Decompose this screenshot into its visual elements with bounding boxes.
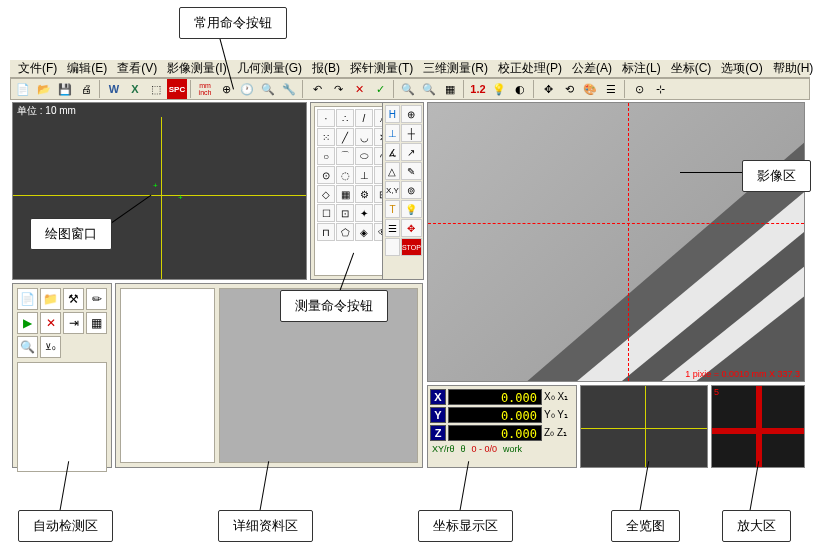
aux-line-icon[interactable]: ↗ — [401, 143, 422, 161]
meas-line2-icon[interactable]: ╱ — [336, 128, 354, 146]
auto-stop-icon[interactable]: ✕ — [40, 312, 61, 334]
decimal-button[interactable]: 1.2 — [468, 79, 488, 99]
move-icon[interactable]: ✥ — [538, 79, 558, 99]
aux-stop-icon[interactable]: STOP — [401, 238, 422, 256]
coord-work[interactable]: work — [503, 444, 522, 454]
overview-area[interactable] — [580, 385, 708, 468]
meas-window-icon[interactable]: ⊡ — [336, 204, 354, 222]
auto-grid-icon[interactable]: ▦ — [86, 312, 107, 334]
auto-step-icon[interactable]: ⇥ — [63, 312, 84, 334]
meas-diamond2-icon[interactable]: ◈ — [355, 223, 373, 241]
meas-scatter-icon[interactable]: ⁙ — [317, 128, 335, 146]
auto-open-icon[interactable]: 📁 — [40, 288, 61, 310]
coord-theta[interactable]: θ — [461, 444, 466, 454]
mm-inch-toggle[interactable]: mminch — [195, 79, 215, 99]
rotate-icon[interactable]: ⟲ — [559, 79, 579, 99]
menu-file[interactable]: 文件(F) — [14, 60, 61, 77]
aux-coord-icon[interactable]: ┼ — [401, 124, 422, 142]
drawing-window[interactable]: 单位 : 10 mm + + — [12, 102, 307, 280]
palette-icon[interactable]: 🎨 — [580, 79, 600, 99]
meas-box-icon[interactable]: ☐ — [317, 204, 335, 222]
aux-xy-icon[interactable]: X,Y — [385, 181, 400, 199]
meas-point-icon[interactable]: · — [317, 109, 335, 127]
z-axis-button[interactable]: Z — [430, 425, 446, 441]
aux-v-dist-icon[interactable]: ⊥ — [385, 124, 400, 142]
aux-pencil-icon[interactable]: ✎ — [401, 162, 422, 180]
menu-correct[interactable]: 校正处理(P) — [494, 60, 566, 77]
aux-angle-icon[interactable]: ∡ — [385, 143, 400, 161]
aux-move-icon[interactable]: ✥ — [401, 219, 422, 237]
word-icon[interactable]: W — [104, 79, 124, 99]
meas-circle2-icon[interactable]: ⊙ — [317, 166, 335, 184]
wrench-icon[interactable]: 🔧 — [279, 79, 299, 99]
coord-mode[interactable]: XY/rθ — [432, 444, 455, 454]
clock-icon[interactable]: 🕐 — [237, 79, 257, 99]
print-icon[interactable]: 🖨 — [76, 79, 96, 99]
meas-segment-icon[interactable]: ⊓ — [317, 223, 335, 241]
detail-list[interactable] — [120, 288, 215, 463]
menu-annotate[interactable]: 标注(L) — [618, 60, 665, 77]
auto-origin-icon[interactable]: ⊻₀ — [40, 336, 61, 358]
auto-find-icon[interactable]: 🔍 — [17, 336, 38, 358]
meas-arc-icon[interactable]: ◡ — [355, 128, 373, 146]
y-axis-button[interactable]: Y — [430, 407, 446, 423]
menu-view[interactable]: 查看(V) — [113, 60, 161, 77]
menu-b[interactable]: 报(B) — [308, 60, 344, 77]
meas-shape-icon[interactable]: ⬠ — [336, 223, 354, 241]
target-icon[interactable]: ⊙ — [629, 79, 649, 99]
excel-icon[interactable]: X — [125, 79, 145, 99]
aux-layers-icon[interactable]: ☰ — [385, 219, 400, 237]
axis-icon[interactable]: ⊹ — [650, 79, 670, 99]
zoom-in-icon[interactable]: 🔍 — [398, 79, 418, 99]
auto-new-icon[interactable]: 📄 — [17, 288, 38, 310]
auto-program-list[interactable] — [17, 362, 107, 472]
menu-probe-meas[interactable]: 探针测量(T) — [346, 60, 417, 77]
meas-circle-icon[interactable]: ○ — [317, 147, 335, 165]
save-icon[interactable]: 💾 — [55, 79, 75, 99]
menu-edit[interactable]: 编辑(E) — [63, 60, 111, 77]
grid-icon[interactable]: ▦ — [440, 79, 460, 99]
undo-icon[interactable]: ↶ — [307, 79, 327, 99]
meas-vert-icon[interactable]: ⊥ — [355, 166, 373, 184]
zoom-out-icon[interactable]: 🔍 — [419, 79, 439, 99]
layers-icon[interactable]: ☰ — [601, 79, 621, 99]
aux-bulb-icon[interactable]: 💡 — [401, 200, 422, 218]
auto-run-icon[interactable]: ⚒ — [63, 288, 84, 310]
aux-focus-icon[interactable]: ⊚ — [401, 181, 422, 199]
menu-geom-meas[interactable]: 几何测量(G) — [233, 60, 306, 77]
confirm-icon[interactable]: ✓ — [370, 79, 390, 99]
menu-help[interactable]: 帮助(H) — [769, 60, 818, 77]
meas-diamond-icon[interactable]: ◇ — [317, 185, 335, 203]
x-axis-button[interactable]: X — [430, 389, 446, 405]
menu-image-meas[interactable]: 影像测量(I) — [163, 60, 230, 77]
meas-gear-icon[interactable]: ⚙ — [355, 185, 373, 203]
light-icon[interactable]: 💡 — [489, 79, 509, 99]
meas-points-icon[interactable]: ∴ — [336, 109, 354, 127]
cancel-icon[interactable]: ✕ — [349, 79, 369, 99]
search-icon[interactable]: 🔍 — [258, 79, 278, 99]
redo-icon[interactable]: ↷ — [328, 79, 348, 99]
zoom-area[interactable]: 5 — [711, 385, 805, 468]
aux-origin-icon[interactable]: ⊕ — [401, 105, 422, 123]
dxf-icon[interactable]: ⬚ — [146, 79, 166, 99]
meas-star-icon[interactable]: ✦ — [355, 204, 373, 222]
meas-dotted-circle-icon[interactable]: ◌ — [336, 166, 354, 184]
menu-coord[interactable]: 坐标(C) — [667, 60, 716, 77]
adjust-icon[interactable]: ◐ — [510, 79, 530, 99]
meas-arc2-icon[interactable]: ⌒ — [336, 147, 354, 165]
open-icon[interactable]: 📂 — [34, 79, 54, 99]
aux-triangle-icon[interactable]: △ — [385, 162, 400, 180]
meas-line-icon[interactable]: / — [355, 109, 373, 127]
menu-option[interactable]: 选项(O) — [717, 60, 766, 77]
meas-pattern-icon[interactable]: ▦ — [336, 185, 354, 203]
aux-text-icon[interactable]: T — [385, 200, 400, 218]
auto-edit-icon[interactable]: ✏ — [86, 288, 107, 310]
auto-play-icon[interactable]: ▶ — [17, 312, 38, 334]
menu-tolerance[interactable]: 公差(A) — [568, 60, 616, 77]
video-area[interactable]: 1 pixie = 0.0010 mm X 337.3 — [427, 102, 805, 382]
meas-ellipse-icon[interactable]: ⬭ — [355, 147, 373, 165]
new-icon[interactable]: 📄 — [13, 79, 33, 99]
aux-h-dist-icon[interactable]: H — [385, 105, 400, 123]
spc-button[interactable]: SPC — [167, 79, 187, 99]
menu-threed-meas[interactable]: 三维测量(R) — [419, 60, 492, 77]
